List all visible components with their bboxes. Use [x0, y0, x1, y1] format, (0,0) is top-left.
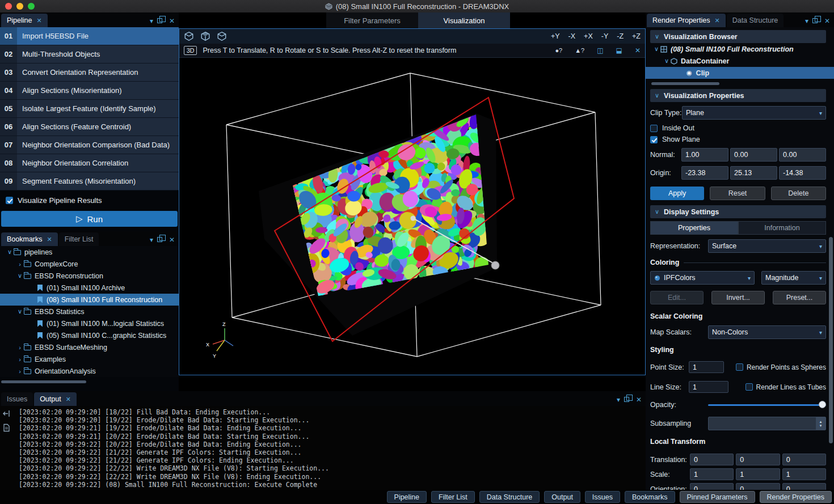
scrollbar-thumb[interactable] [651, 82, 719, 85]
pipeline-item[interactable]: 02 Multi-Threshold Objects [0, 45, 179, 63]
translation-z-input[interactable] [782, 454, 826, 465]
point-size-input[interactable] [689, 361, 724, 373]
pipeline-item[interactable]: 04 Align Sections (Misorientation) [0, 82, 179, 100]
tab-issues[interactable]: Issues [1, 392, 33, 406]
preset-colors-button[interactable]: Preset... [773, 291, 826, 304]
browser-item-dataset[interactable]: ∨ (08) Small IN100 Full Reconstruction [650, 43, 826, 55]
translation-y-input[interactable] [736, 454, 780, 465]
toggle-pipeline-button[interactable]: Pipeline [387, 491, 427, 503]
pipeline-item[interactable]: 03 Convert Orientation Representation [0, 63, 179, 82]
tab-visualization[interactable]: Visualization [418, 12, 510, 28]
vertical-scrollbar-thumb[interactable] [829, 237, 833, 443]
pipeline-item[interactable]: 09 Segment Features (Misorientation) [0, 172, 179, 190]
close-tab-icon[interactable]: ✕ [36, 17, 41, 24]
chevron-right-icon[interactable]: › [16, 356, 24, 363]
display-settings-header[interactable]: ∨ Display Settings [650, 205, 826, 218]
close-view-icon[interactable]: ✕ [635, 46, 641, 54]
subsampling-spinbox[interactable]: ▴ ▾ [708, 417, 826, 430]
normal-y-input[interactable] [730, 148, 777, 162]
toggle-data-structure-button[interactable]: Data Structure [479, 491, 540, 503]
dock-menu-icon[interactable]: ▾ [150, 18, 153, 24]
tab-filter-list[interactable]: Filter List [59, 232, 99, 246]
reset-button[interactable]: Reset [710, 187, 765, 200]
tree-item-morphological-statistics[interactable]: (01) Small IN100 M...logical Statistics [0, 317, 179, 329]
save-log-icon[interactable] [2, 423, 11, 432]
float-dock-icon[interactable] [624, 397, 629, 402]
delete-button[interactable]: Delete [771, 187, 826, 200]
toggle-render-properties-button[interactable]: Render Properties [760, 491, 832, 503]
toggle-filter-list-button[interactable]: Filter List [431, 491, 475, 503]
tree-item-ebsd-surfacemeshing[interactable]: › EBSD SurfaceMeshing [0, 341, 179, 353]
camera-plus-x-button[interactable]: +X [584, 32, 593, 40]
tree-item-ebsd-statistics[interactable]: ∨ EBSD Statistics [0, 306, 179, 317]
browser-item-datacontainer[interactable]: ∨ DataContainer [650, 55, 826, 67]
edit-colors-button[interactable]: Edit... [650, 291, 704, 304]
tree-item-crystallographic-statistics[interactable]: (05) Small IN100 C...graphic Statistics [0, 329, 179, 341]
orientation-x-input[interactable] [690, 483, 734, 490]
run-pipeline-button[interactable]: ▷ Run [1, 211, 178, 227]
close-dock-icon[interactable]: ✕ [169, 236, 175, 243]
dock-menu-icon[interactable]: ▾ [617, 396, 620, 403]
spin-down-icon[interactable]: ▾ [820, 423, 822, 427]
origin-y-input[interactable] [730, 166, 777, 180]
tab-render-properties[interactable]: Render Properties ✕ [647, 14, 726, 27]
zoom-window-button[interactable] [28, 3, 35, 10]
auto-scroll-icon[interactable] [2, 409, 11, 418]
camera-minus-x-button[interactable]: -X [568, 32, 576, 40]
close-window-button[interactable] [5, 3, 12, 10]
origin-x-input[interactable] [681, 166, 728, 180]
render-lines-tubes-checkbox[interactable] [745, 383, 753, 391]
component-dropdown[interactable]: Magnitude ▾ [761, 271, 826, 285]
scale-y-input[interactable] [736, 468, 780, 480]
tree-item-pipelines[interactable]: ∨ pipelines [0, 246, 179, 258]
float-dock-icon[interactable] [812, 18, 818, 23]
pipeline-item[interactable]: 07 Neighbor Orientation Comparison (Bad … [0, 136, 179, 154]
normal-z-input[interactable] [779, 148, 826, 162]
tree-item-small-in100-archive[interactable]: (01) Small IN100 Archive [0, 282, 179, 294]
tab-information[interactable]: Information [738, 221, 826, 235]
invert-colors-button[interactable]: Invert... [711, 291, 765, 304]
render-points-spheres-checkbox[interactable] [736, 363, 743, 371]
minimize-window-button[interactable] [16, 3, 23, 10]
tab-pipeline[interactable]: Pipeline ✕ [1, 14, 48, 27]
close-dock-icon[interactable]: ✕ [824, 18, 830, 24]
chevron-down-icon[interactable]: ∨ [16, 308, 24, 315]
visualize-results-checkbox[interactable] [6, 197, 13, 204]
pipeline-item[interactable]: 06 Align Sections (Feature Centroid) [0, 118, 179, 136]
tab-filter-parameters[interactable]: Filter Parameters [326, 12, 418, 28]
inside-out-checkbox[interactable] [650, 125, 658, 132]
orientation-cube-icon[interactable] [217, 31, 227, 41]
translation-x-input[interactable] [690, 454, 734, 465]
reset-camera-icon[interactable] [184, 31, 194, 41]
close-tab-icon[interactable]: ✕ [714, 17, 719, 24]
chevron-right-icon[interactable]: › [16, 261, 24, 268]
chevron-right-icon[interactable]: › [16, 368, 24, 375]
orientation-z-input[interactable] [782, 483, 826, 490]
apply-button[interactable]: Apply [650, 187, 704, 200]
coloring-array-dropdown[interactable]: IPFColors ▾ [650, 271, 755, 285]
origin-z-input[interactable] [779, 166, 826, 180]
tree-item-complexcore[interactable]: › ComplexCore [0, 258, 179, 270]
query-cell-icon[interactable]: ▲? [575, 47, 584, 54]
camera-minus-z-button[interactable]: -Z [617, 32, 624, 40]
toggle-pinned-parameters-button[interactable]: Pinned Parameters [680, 491, 755, 503]
tree-item-examples[interactable]: › Examples [0, 353, 179, 365]
output-log[interactable]: [2023:02:20 09:29:20] [18/22] Fill Bad D… [0, 406, 646, 490]
spin-up-icon[interactable]: ▴ [820, 420, 822, 423]
close-tab-icon[interactable]: ✕ [47, 236, 52, 243]
pipeline-item[interactable]: 08 Neighbor Orientation Correlation [0, 154, 179, 172]
query-point-icon[interactable]: ●? [555, 47, 562, 54]
normal-x-input[interactable] [681, 148, 728, 162]
chevron-down-icon[interactable]: ∨ [16, 272, 24, 279]
scale-z-input[interactable] [782, 468, 826, 480]
opacity-slider[interactable] [708, 399, 826, 410]
scrollbar-thumb[interactable] [1, 380, 86, 383]
show-plane-checkbox[interactable] [650, 136, 658, 143]
map-scalars-dropdown[interactable]: Non-Colors ▾ [708, 325, 826, 339]
close-tab-icon[interactable]: ✕ [66, 396, 71, 403]
split-horizontal-icon[interactable]: ◫ [597, 46, 603, 54]
camera-minus-y-button[interactable]: -Y [601, 32, 609, 40]
tab-properties[interactable]: Properties [650, 221, 738, 235]
opacity-slider-handle[interactable] [819, 401, 826, 408]
visibility-eye-icon[interactable]: ◉ [686, 69, 692, 77]
